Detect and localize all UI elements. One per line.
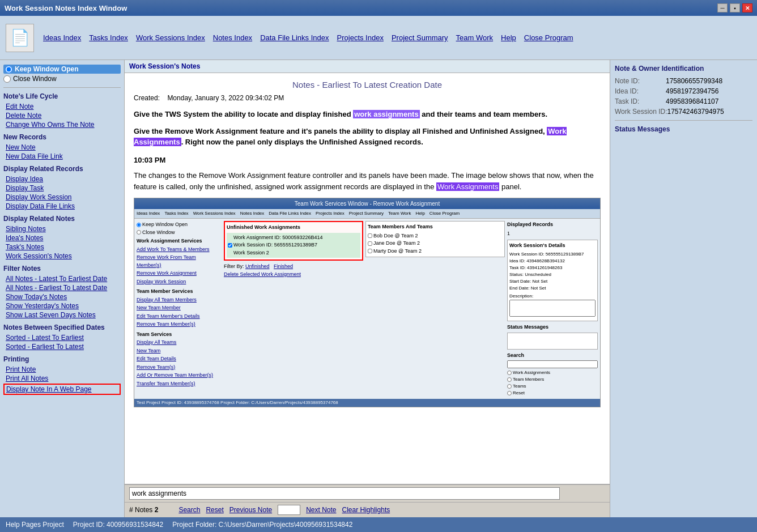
clear-highlights-button[interactable]: Clear Highlights <box>342 506 390 514</box>
ss-ws-details-title: Work Session's Details <box>509 242 596 250</box>
ss-tm-2: Jane Doe @ Team 2 <box>368 240 503 248</box>
ideas-notes-link[interactable]: Idea's Notes <box>3 234 121 242</box>
ss-start-date-row: Start Date: Not Set <box>509 278 596 285</box>
notes-count: 2 <box>155 506 159 514</box>
menu-notes-index[interactable]: Notes Index <box>210 32 256 43</box>
ss-task-id-row: Task ID: 43941261948263 <box>509 265 596 271</box>
section-title-lifecycle: Note's Life Cycle <box>3 92 121 100</box>
work-session-id-value: 175742463794975 <box>667 108 724 116</box>
menu-close-program[interactable]: Close Program <box>521 32 577 43</box>
screenshot-body: Keep Window Open Close Window Work Assig… <box>134 219 600 399</box>
ss-unfinished-panel: Unfinished Work Assignments Work Assignm… <box>224 221 363 397</box>
minimize-button[interactable]: ─ <box>717 3 728 12</box>
ss-link: Edit Team Member's Details <box>137 313 222 321</box>
menu-items: Ideas Index Tasks Index Work Sessions In… <box>40 32 577 43</box>
section-title-new-records: New Records <box>3 133 121 141</box>
delete-note-link[interactable]: Delete Note <box>3 112 121 120</box>
restore-button[interactable]: ▪ <box>730 3 740 12</box>
keep-window-open-item: Keep Window Open <box>3 65 121 74</box>
section-title-printing: Printing <box>3 355 121 363</box>
yesterdays-notes-link[interactable]: Show Yesterday's Notes <box>3 302 121 310</box>
ss-link: Display Work Session <box>137 278 222 286</box>
ss-description-textarea[interactable] <box>509 300 596 317</box>
display-work-session-link[interactable]: Display Work Session <box>3 193 121 201</box>
ss-menu-item: Work Sessions Index <box>193 210 236 217</box>
display-idea-link[interactable]: Display Idea <box>3 175 121 183</box>
change-owner-link[interactable]: Change Who Owns The Note <box>3 121 121 129</box>
notes-count-label: # Notes 2 <box>129 506 158 514</box>
print-note-link[interactable]: Print Note <box>3 365 121 373</box>
menu-ideas-index[interactable]: Ideas Index <box>40 32 84 43</box>
close-window-radio[interactable] <box>3 75 11 83</box>
status-project-label: Help Pages Project <box>6 521 64 529</box>
nav-row: # Notes 2 Search Reset Previous Note Nex… <box>125 502 610 517</box>
screenshot-box: Team Work Services Window - Remove Work … <box>134 198 601 407</box>
note-created: Created: Monday, January 3, 2022 09:34:0… <box>134 94 601 102</box>
todays-notes-link[interactable]: Show Today's Notes <box>3 293 121 301</box>
new-data-file-link[interactable]: New Data File Link <box>3 152 121 160</box>
work-sessions-notes-link[interactable]: Work Session's Notes <box>3 252 121 260</box>
right-panel: Note & Owner Identification Note ID: 175… <box>610 60 757 517</box>
work-session-id-row: Work Session ID: 175742463794975 <box>615 108 752 116</box>
sorted-earliest-link[interactable]: Sorted - Earliest To Latest <box>3 343 121 351</box>
ss-displayed-title: Displayed Records <box>507 221 598 229</box>
ss-team-members-panel: Team Members And Teams Bob Doe @ Team 2 … <box>365 221 505 397</box>
right-panel-title: Note & Owner Identification <box>615 65 752 73</box>
keep-window-open-label: Keep Window Open <box>15 65 79 73</box>
tasks-notes-link[interactable]: Task's Notes <box>3 243 121 251</box>
ss-status-row: Status: Unscheduled <box>509 271 596 278</box>
new-note-link[interactable]: New Note <box>3 143 121 151</box>
display-data-file-links-link[interactable]: Display Data File Links <box>3 202 121 210</box>
ss-link: Add Or Remove Team Member(s) <box>137 372 222 380</box>
menu-project-summary[interactable]: Project Summary <box>388 32 452 43</box>
ss-radio-close: Close Window <box>137 229 222 237</box>
section-title-display-related: Display Related Records <box>3 165 121 173</box>
search-input[interactable] <box>129 487 560 500</box>
ss-unfinished-box: Unfinished Work Assignments Work Assignm… <box>224 221 363 261</box>
menu-tasks-index[interactable]: Tasks Index <box>86 32 131 43</box>
edit-note-link[interactable]: Edit Note <box>3 103 121 110</box>
previous-note-button[interactable]: Previous Note <box>229 506 272 514</box>
menu-team-work[interactable]: Team Work <box>453 32 497 43</box>
idea-id-row: Idea ID: 49581972394756 <box>615 87 752 95</box>
section-title-display-related-notes: Display Related Notes <box>3 215 121 223</box>
ss-sidebar: Keep Window Open Close Window Work Assig… <box>137 221 222 397</box>
idea-id-label: Idea ID: <box>615 87 666 95</box>
menu-help[interactable]: Help <box>497 32 520 43</box>
ss-right-col: Displayed Records 1 Work Session's Detai… <box>507 221 598 397</box>
all-notes-earliest-link[interactable]: All Notes - Earliest To Latest Date <box>3 284 121 292</box>
last-seven-days-link[interactable]: Show Last Seven Days Notes <box>3 311 121 319</box>
ss-link: Transfer Team Member(s) <box>137 380 222 388</box>
section-title-filter-notes: Filter Notes <box>3 265 121 273</box>
ss-search-input[interactable] <box>507 360 598 368</box>
display-task-link[interactable]: Display Task <box>3 184 121 192</box>
ss-link: Remove Work From Team Member(s) <box>137 254 222 269</box>
sorted-latest-link[interactable]: Sorted - Latest To Earliest <box>3 334 121 342</box>
next-note-button[interactable]: Next Note <box>306 506 336 514</box>
ss-filter-row: Filter By: Unfinished Finished <box>224 263 363 271</box>
menu-data-file-links-index[interactable]: Data File Links Index <box>257 32 332 43</box>
all-notes-latest-link[interactable]: All Notes - Latest To Earliest Date <box>3 275 121 283</box>
display-note-web-page-link[interactable]: Display Note In A Web Page <box>3 384 121 395</box>
menu-projects-index[interactable]: Projects Index <box>334 32 387 43</box>
ss-menu-item: Notes Index <box>240 210 265 217</box>
highlight-work-assignments-3: Work Assignments <box>436 182 499 191</box>
ss-menu-item: Projects Index <box>316 210 345 217</box>
ss-menu-item: Project Summary <box>349 210 384 217</box>
body-text: The changes to the Remove Work Assignmen… <box>134 170 601 192</box>
keep-window-open-radio[interactable] <box>5 66 12 73</box>
print-all-notes-link[interactable]: Print All Notes <box>3 374 121 382</box>
note-title: Notes - Earliest To Latest Creation Date <box>134 80 601 90</box>
search-button[interactable]: Search <box>178 506 200 514</box>
ss-status-messages-box <box>507 333 598 350</box>
ss-menu-item: Ideas Index <box>137 210 160 217</box>
ss-idea-id-row: Idea ID: 43948628B394132 <box>509 258 596 265</box>
sibling-notes-link[interactable]: Sibling Notes <box>3 225 121 233</box>
close-button[interactable]: ✕ <box>742 3 752 12</box>
reset-button[interactable]: Reset <box>206 506 223 514</box>
menu-work-sessions-index[interactable]: Work Sessions Index <box>133 32 209 43</box>
ss-link: Display All Teams <box>137 339 222 347</box>
sidebar: Keep Window Open Close Window Note's Lif… <box>0 60 125 517</box>
created-label: Created: <box>134 94 160 102</box>
ss-link: New Team <box>137 347 222 355</box>
